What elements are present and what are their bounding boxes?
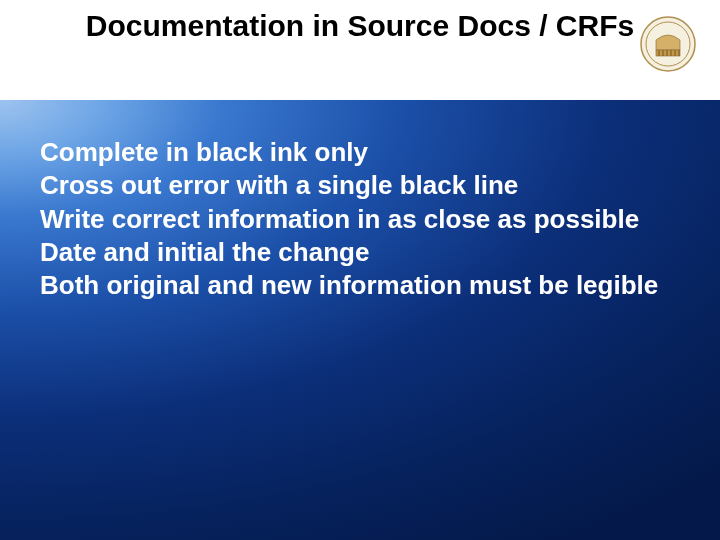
- list-item: Complete in black ink only: [40, 136, 680, 169]
- slide-header: Documentation in Source Docs / CRFs: [0, 0, 720, 100]
- list-item: Cross out error with a single black line: [40, 169, 680, 202]
- list-item: Write correct information in as close as…: [40, 203, 680, 236]
- seal-icon: [640, 16, 696, 72]
- bullet-list: Complete in black ink only Cross out err…: [40, 136, 680, 302]
- slide-title: Documentation in Source Docs / CRFs: [60, 6, 660, 45]
- slide-body: Complete in black ink only Cross out err…: [0, 100, 720, 540]
- list-item: Date and initial the change: [40, 236, 680, 269]
- slide: Documentation in Source Docs / CRFs Comp…: [0, 0, 720, 540]
- list-item: Both original and new information must b…: [40, 269, 680, 302]
